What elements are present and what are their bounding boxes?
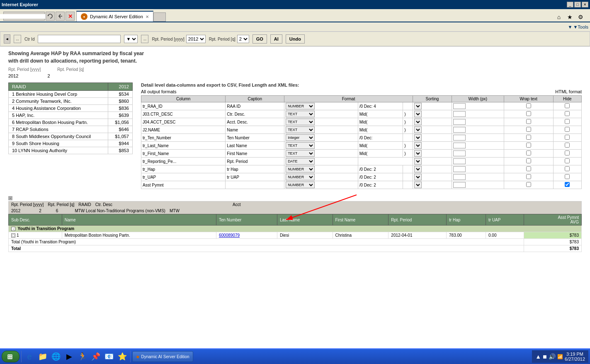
config-sorting-dropdown[interactable] xyxy=(414,150,422,157)
config-format-select[interactable]: TEXT xyxy=(284,126,358,134)
config-format-dropdown[interactable]: TEXT xyxy=(286,126,315,133)
taskbar-volume-icon[interactable]: 🔊 xyxy=(549,353,556,360)
ai-button[interactable]: AI xyxy=(270,34,282,44)
config-hide[interactable] xyxy=(553,181,581,189)
config-width-input[interactable] xyxy=(453,111,466,117)
config-width-input[interactable] xyxy=(453,143,466,148)
config-format-select[interactable]: NUMBER xyxy=(284,165,358,173)
config-sorting[interactable] xyxy=(413,134,452,142)
row-expand[interactable]: □1 xyxy=(9,232,62,239)
summary-row[interactable]: 10 LYNN Housing Authority $853 xyxy=(9,147,133,154)
back-button[interactable] xyxy=(56,12,65,21)
config-width-input[interactable] xyxy=(453,174,466,180)
config-width[interactable] xyxy=(452,102,504,110)
search-input[interactable]: ▼ xyxy=(3,12,45,21)
config-sorting-dropdown[interactable] xyxy=(414,126,422,133)
back-nav-button[interactable]: ◄ xyxy=(4,34,10,44)
config-width-input[interactable] xyxy=(453,182,466,188)
config-sorting[interactable] xyxy=(413,102,452,110)
minimize-button[interactable]: _ xyxy=(567,2,573,7)
summary-row[interactable]: 6 Metropolitan Boston Housing Partn. $1,… xyxy=(9,119,133,126)
config-wrap[interactable] xyxy=(504,118,553,126)
config-format-dropdown[interactable]: TEXT xyxy=(286,150,315,157)
config-wrap-checkbox[interactable] xyxy=(526,135,531,140)
tools-link[interactable]: ▼ ▼Tools xyxy=(568,24,588,29)
ten-number-link[interactable]: 600089079 xyxy=(219,233,240,238)
config-sorting[interactable] xyxy=(413,158,452,165)
summary-row[interactable]: 2 Community Teamwork, INc. $860 xyxy=(9,98,133,105)
taskbar-app-button[interactable]: ● Dynamic AI Server Edition xyxy=(132,351,193,362)
config-sorting-dropdown[interactable] xyxy=(414,111,422,117)
config-width-input[interactable] xyxy=(453,127,466,133)
config-hide-checkbox[interactable] xyxy=(565,143,570,148)
config-wrap[interactable] xyxy=(504,126,553,134)
config-wrap[interactable] xyxy=(504,102,553,110)
stop-button[interactable]: ✕ xyxy=(66,12,75,21)
config-hide[interactable] xyxy=(553,126,581,134)
rpt-period-yyyy-select[interactable]: 2012 xyxy=(186,35,206,43)
undo-button[interactable]: Undo xyxy=(286,34,305,44)
config-sorting-dropdown[interactable] xyxy=(414,166,422,172)
config-wrap[interactable] xyxy=(504,142,553,150)
expand-icon[interactable]: □ xyxy=(11,233,15,238)
config-hide-checkbox[interactable] xyxy=(565,158,570,163)
config-width[interactable] xyxy=(452,118,504,126)
config-format-select[interactable]: NUMBER xyxy=(284,173,358,181)
config-hide-checkbox[interactable] xyxy=(565,127,570,132)
config-hide-checkbox[interactable] xyxy=(565,174,570,179)
config-width[interactable] xyxy=(452,173,504,181)
go-button[interactable]: GO xyxy=(253,34,267,44)
config-hide-checkbox[interactable] xyxy=(565,182,570,187)
taskbar-icon-globe[interactable]: 🌐 xyxy=(50,350,62,363)
config-wrap-checkbox[interactable] xyxy=(526,127,531,132)
taskbar-icon-ie[interactable]: e xyxy=(23,350,36,363)
config-sorting-dropdown[interactable] xyxy=(414,134,422,141)
config-sorting[interactable] xyxy=(413,165,452,173)
config-hide-checkbox[interactable] xyxy=(565,166,570,171)
config-format-dropdown[interactable]: TEXT xyxy=(286,119,315,125)
config-format-select[interactable]: NUMBER xyxy=(284,181,358,189)
tab-close-button[interactable]: ✕ xyxy=(146,15,149,19)
settings-icon[interactable]: ⚙ xyxy=(576,12,585,22)
config-wrap-checkbox[interactable] xyxy=(526,182,531,187)
taskbar-system-icon-1[interactable]: ▲ xyxy=(535,353,541,360)
config-wrap[interactable] xyxy=(504,165,553,173)
config-wrap[interactable] xyxy=(504,173,553,181)
config-wrap-checkbox[interactable] xyxy=(526,103,531,108)
summary-row[interactable]: 7 RCAP Solutions $646 xyxy=(9,126,133,133)
refresh-button[interactable] xyxy=(46,12,55,21)
extra-nav-button[interactable]: ... xyxy=(14,35,21,43)
config-wrap[interactable] xyxy=(504,158,553,165)
taskbar-network-icon[interactable]: 📶 xyxy=(557,354,563,359)
config-hide-checkbox[interactable] xyxy=(565,150,570,155)
config-width[interactable] xyxy=(452,142,504,150)
config-sorting-dropdown[interactable] xyxy=(414,103,422,109)
config-sorting-dropdown[interactable] xyxy=(414,158,422,165)
config-wrap-checkbox[interactable] xyxy=(526,111,531,116)
config-hide-checkbox[interactable] xyxy=(565,103,570,108)
config-hide[interactable] xyxy=(553,173,581,181)
config-sorting[interactable] xyxy=(413,118,452,126)
active-tab[interactable]: ● Dynamic AI Server Edition ✕ xyxy=(76,11,153,22)
new-tab-button[interactable] xyxy=(153,12,166,22)
config-format-dropdown[interactable]: NUMBER xyxy=(286,182,315,188)
config-format-select[interactable]: Integer xyxy=(284,134,358,142)
config-width[interactable] xyxy=(452,181,504,189)
config-wrap-checkbox[interactable] xyxy=(526,174,531,179)
maximize-button[interactable]: □ xyxy=(574,2,581,7)
config-hide[interactable] xyxy=(553,110,581,118)
ctr-id-input[interactable]: * xyxy=(38,35,121,43)
config-wrap-checkbox[interactable] xyxy=(526,166,531,171)
config-sorting-dropdown[interactable] xyxy=(414,142,422,149)
config-width-input[interactable] xyxy=(453,158,466,164)
config-width-input[interactable] xyxy=(453,166,466,172)
summary-row[interactable]: 9 South Shore Housing $944 xyxy=(9,140,133,147)
taskbar-icon-star[interactable]: ⭐ xyxy=(116,350,129,363)
config-width-input[interactable] xyxy=(453,119,466,125)
config-format-dropdown[interactable]: NUMBER xyxy=(286,103,315,109)
config-format-dropdown[interactable]: TEXT xyxy=(286,111,315,117)
config-wrap[interactable] xyxy=(504,181,553,189)
config-hide[interactable] xyxy=(553,134,581,142)
config-format-select[interactable]: NUMBER xyxy=(284,102,358,110)
config-width[interactable] xyxy=(452,150,504,158)
